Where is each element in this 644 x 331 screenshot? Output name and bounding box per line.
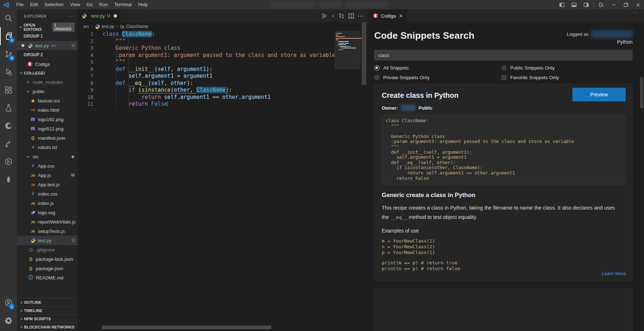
project-section-header[interactable]: COLLEGE! bbox=[17, 69, 78, 77]
tree-file-.gitignore[interactable]: .gitignore bbox=[17, 245, 78, 254]
close-icon[interactable]: ✕ bbox=[398, 13, 404, 19]
run-icon[interactable] bbox=[321, 13, 327, 19]
tab-codiga[interactable]: Codiga ✕ bbox=[369, 9, 407, 22]
activity-accounts-icon[interactable]: 1 bbox=[0, 294, 17, 312]
tree-file-package-lock.json[interactable]: {} package-lock.json bbox=[17, 254, 78, 264]
activity-edge-tools-icon[interactable] bbox=[0, 117, 17, 135]
checkbox-icon[interactable] bbox=[501, 75, 507, 80]
dirty-dot-icon[interactable] bbox=[21, 44, 24, 47]
filter-favorite-snippets-only[interactable]: Favorite Snippets Only bbox=[501, 74, 633, 81]
menu-go[interactable]: Go bbox=[83, 2, 96, 7]
activity-source-control-icon[interactable]: 3 bbox=[0, 45, 17, 63]
section-outline[interactable]: OUTLINE bbox=[17, 298, 78, 306]
tree-file-App.css[interactable]: # App.css bbox=[17, 161, 78, 171]
radio-icon[interactable] bbox=[374, 75, 380, 80]
activity-search-icon[interactable] bbox=[0, 9, 17, 27]
layout-sidebar-left-icon[interactable] bbox=[556, 0, 568, 9]
filter-public-snippets-only[interactable]: Public Snippets Only bbox=[501, 64, 633, 71]
menu-file[interactable]: File bbox=[13, 2, 27, 7]
tree-file-README.md[interactable]: ⓘ README.md bbox=[17, 273, 78, 282]
code-line-6[interactable]: 6 def __init__(self, argument1): bbox=[78, 66, 335, 73]
layout-sidebar-right-icon[interactable] bbox=[580, 0, 592, 9]
tree-folder-public[interactable]: public bbox=[17, 87, 78, 96]
tree-file-package.json[interactable]: {} package.json bbox=[17, 264, 78, 273]
radio-icon[interactable] bbox=[374, 65, 380, 71]
sidebar-more-actions-icon[interactable]: ··· bbox=[68, 14, 73, 18]
tree-file-setupTests.js[interactable]: JS setupTests.js bbox=[17, 226, 78, 236]
filter-private-snippets-only[interactable]: Private Snippets Only bbox=[374, 74, 501, 81]
next-snippet-card[interactable] bbox=[374, 289, 633, 331]
close-icon[interactable] bbox=[632, 0, 644, 9]
tree-file-index.js[interactable]: JS index.js bbox=[17, 198, 78, 208]
radio-icon[interactable] bbox=[501, 65, 507, 71]
code-line-1[interactable]: 1class ClassName: bbox=[78, 31, 335, 38]
tree-folder-src[interactable]: src bbox=[17, 152, 78, 161]
tree-file-manifest.json[interactable]: {} manifest.json bbox=[17, 133, 78, 143]
tree-file-favicon.ico[interactable]: ★ favicon.ico bbox=[17, 96, 78, 105]
restore-icon[interactable] bbox=[620, 0, 632, 9]
compare-changes-icon[interactable] bbox=[338, 13, 345, 19]
code-line-10[interactable]: 10 return self.argument1 == other.argume… bbox=[78, 94, 335, 101]
tree-file-logo.svg[interactable]: logo.svg bbox=[17, 208, 78, 217]
activity-testing-beaker-icon[interactable] bbox=[0, 99, 17, 117]
activity-live-share-icon[interactable] bbox=[0, 135, 17, 153]
tree-file-index.css[interactable]: # index.css bbox=[17, 189, 78, 198]
activity-run-debug-icon[interactable] bbox=[0, 63, 17, 81]
layout-panel-icon[interactable] bbox=[568, 0, 580, 9]
breadcrumb-src[interactable]: src bbox=[83, 24, 89, 29]
tab-test-py[interactable]: test.py U bbox=[78, 9, 121, 22]
code-line-11[interactable]: 11 return False bbox=[78, 101, 335, 108]
code-line-2[interactable]: 2 """ bbox=[78, 38, 335, 45]
section-npm-scripts[interactable]: NPM SCRIPTS bbox=[17, 315, 78, 323]
panel-scrollbar[interactable] bbox=[640, 77, 643, 108]
menu-selection[interactable]: Selection bbox=[41, 2, 67, 7]
tree-file-reportWebVitals.js[interactable]: JS reportWebVitals.js bbox=[17, 217, 78, 226]
breadcrumb-symbol[interactable]: ClassName bbox=[120, 24, 148, 29]
split-editor-icon[interactable] bbox=[348, 13, 354, 19]
preview-button[interactable]: Preview bbox=[572, 88, 626, 101]
tree-file-index.html[interactable]: <> index.html bbox=[17, 105, 78, 115]
tree-file-logo512.png[interactable]: logo512.png bbox=[17, 124, 78, 133]
activity-blockchain-icon[interactable] bbox=[0, 153, 17, 171]
vertical-scrollbar[interactable] bbox=[362, 22, 366, 85]
menu-edit[interactable]: Edit bbox=[27, 2, 41, 7]
minimize-icon[interactable] bbox=[608, 0, 620, 9]
open-editor-test.py[interactable]: test.py src U bbox=[17, 41, 78, 50]
open-editor-Codiga[interactable]: Codiga bbox=[17, 59, 78, 69]
code-line-4[interactable]: 4 :param argument1: argument passed to t… bbox=[78, 52, 335, 59]
code-line-5[interactable]: 5 """ bbox=[78, 59, 335, 66]
more-actions-icon[interactable]: ··· bbox=[358, 13, 364, 19]
section-blockchain-networks[interactable]: BLOCKCHAIN NETWORKS bbox=[17, 323, 78, 331]
menu-run[interactable]: Run bbox=[96, 2, 111, 7]
tree-file-logo192.png[interactable]: logo192.png bbox=[17, 115, 78, 124]
minimap[interactable] bbox=[335, 31, 361, 95]
open-editors-header[interactable]: OPEN EDITORS 1 UNSAVED bbox=[17, 23, 78, 32]
activity-extensions-icon[interactable] bbox=[0, 81, 17, 99]
code-line-7[interactable]: 7 self.argument1 = argument1 bbox=[78, 73, 335, 80]
tree-folder-node_modules[interactable]: node_modules bbox=[17, 77, 78, 87]
layout-customize-icon[interactable] bbox=[595, 0, 608, 9]
tree-file-App.test.js[interactable]: JS App.test.js bbox=[17, 180, 78, 189]
tree-file-robots.txt[interactable]: ≡ robots.txt bbox=[17, 143, 78, 152]
code-line-8[interactable]: 8 def __eq__(self, other): bbox=[78, 80, 335, 87]
tree-file-test.py[interactable]: test.py U bbox=[17, 236, 78, 245]
section-timeline[interactable]: TIMELINE bbox=[17, 306, 78, 315]
activity-mongodb-leaf-icon[interactable] bbox=[0, 171, 17, 188]
menu-terminal[interactable]: Terminal bbox=[111, 2, 135, 7]
filter-all-snippets[interactable]: All Snippets bbox=[374, 64, 501, 71]
activity-files-explorer-icon[interactable]: 1 bbox=[0, 27, 17, 45]
horizontal-scrollbar[interactable] bbox=[102, 326, 271, 329]
breadcrumb-file[interactable]: test.py bbox=[95, 24, 114, 29]
more-actions-icon[interactable]: ··· bbox=[633, 9, 644, 22]
search-input[interactable] bbox=[374, 50, 633, 61]
activity-settings-gear-icon[interactable] bbox=[0, 312, 17, 330]
tree-file-App.js[interactable]: JS App.js M bbox=[17, 171, 78, 180]
menu-help[interactable]: Help bbox=[135, 2, 151, 7]
menu-view[interactable]: View bbox=[67, 2, 83, 7]
learn-more-link[interactable]: Learn More bbox=[602, 271, 626, 276]
unsaved-dot-icon[interactable] bbox=[114, 14, 117, 18]
code-line-9[interactable]: 9 if isinstance(other, ClassName): bbox=[78, 87, 335, 94]
code-editor[interactable]: 1class ClassName:2 """3 Generic Python c… bbox=[78, 31, 335, 331]
code-line-3[interactable]: 3 Generic Python class bbox=[78, 45, 335, 52]
chevron-down-icon[interactable] bbox=[331, 14, 335, 18]
